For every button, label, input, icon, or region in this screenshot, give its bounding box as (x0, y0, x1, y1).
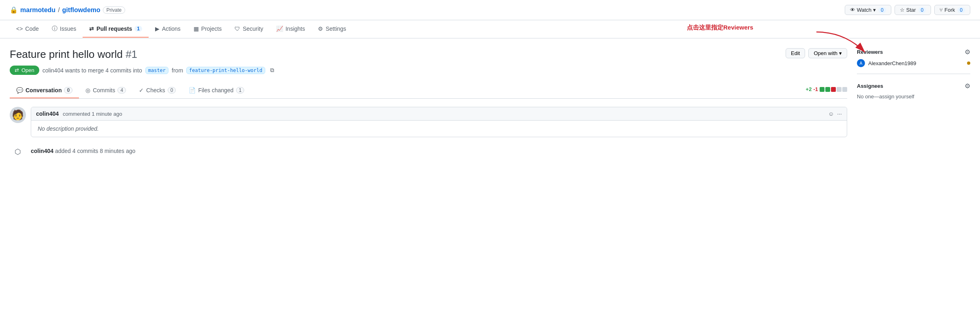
nav-item-security[interactable]: 🛡 Security (228, 21, 270, 38)
reviewers-header: Reviewers ⚙ (857, 48, 970, 56)
fork-count: 0 (957, 7, 965, 13)
checks-icon: ✓ (139, 87, 144, 93)
settings-icon: ⚙ (318, 25, 323, 32)
assignees-section: Assignees ⚙ No one—assign yourself (857, 82, 970, 106)
tab-files-changed[interactable]: 📄 Files changed 1 (182, 83, 251, 98)
chevron-down-icon: ▾ (839, 50, 842, 56)
security-icon: 🛡 (234, 25, 240, 32)
pullrequest-badge: 1 (134, 26, 142, 32)
repo-nav: <> Code ⓘ Issues ⇄ Pull requests 1 ▶ Act… (0, 20, 980, 38)
nav-label-insights: Insights (285, 25, 305, 32)
pr-status-text: Open (21, 67, 34, 73)
stat-bar-5 (842, 87, 847, 92)
stat-bar-3 (831, 87, 836, 92)
comment-body: No description provided. (31, 121, 847, 137)
pr-sidebar: 点击这里指定Reviewers Reviewers ⚙ A AlexanderC… (857, 48, 970, 160)
reviewers-gear[interactable]: ⚙ (965, 48, 970, 56)
pr-body: Feature print hello world #1 Edit Open w… (10, 48, 847, 160)
tab-conversation-badge: 0 (64, 87, 72, 93)
pr-base-branch[interactable]: master (145, 67, 168, 74)
open-badge: ⇄ Open (10, 66, 39, 75)
stat-bar-2 (825, 87, 830, 92)
assignees-gear[interactable]: ⚙ (965, 82, 970, 90)
tab-conversation[interactable]: 💬 Conversation 0 (10, 83, 79, 98)
reviewer-row: A AlexanderChen1989 (857, 59, 970, 67)
pr-number: #1 (126, 48, 137, 60)
activity-icon-wrapper: ⬡ (10, 144, 26, 160)
edit-button[interactable]: Edit (786, 48, 805, 58)
code-icon: <> (16, 25, 23, 32)
pr-tabs: 💬 Conversation 0 ◎ Commits 4 ✓ Checks 0 … (10, 83, 847, 99)
nav-label-projects: Projects (201, 25, 222, 32)
nav-item-code[interactable]: <> Code (10, 21, 45, 38)
commenter-avatar: 🧑 (10, 107, 26, 123)
comment-box-header: colin404 commented 1 minute ago ☺ ··· (31, 107, 847, 121)
repo-org-link[interactable]: marmotedu (20, 6, 55, 14)
watch-label: Watch (857, 7, 871, 13)
tab-commits[interactable]: ◎ Commits 4 (79, 83, 132, 98)
stat-bar-1 (820, 87, 824, 92)
additions-stat: +2 (806, 86, 812, 92)
pr-title-text: Feature print hello world (10, 48, 123, 60)
stat-bars (820, 87, 847, 92)
open-with-button[interactable]: Open with ▾ (808, 48, 847, 58)
comment-meta: colin404 commented 1 minute ago (36, 110, 122, 117)
emoji-button[interactable]: ☺ (828, 110, 834, 117)
nav-label-actions: Actions (162, 25, 181, 32)
pullrequest-icon: ⇄ (89, 25, 94, 32)
nav-item-settings[interactable]: ⚙ Settings (311, 21, 353, 38)
assignees-header: Assignees ⚙ (857, 82, 970, 90)
chevron-down-icon: ▾ (873, 7, 876, 13)
tab-checks-label: Checks (146, 87, 165, 93)
diff-stats: +2 -1 (806, 86, 847, 92)
reviewer-name: AlexanderChen1989 (868, 60, 916, 66)
repo-name-link[interactable]: gitflowdemo (62, 6, 100, 14)
pr-meta-text: colin404 wants to merge 4 commits into (43, 67, 142, 74)
more-button[interactable]: ··· (837, 110, 842, 117)
lock-icon: 🔒 (10, 6, 18, 14)
deletions-stat: -1 (813, 86, 818, 92)
star-count: 0 (918, 7, 926, 13)
nav-item-issues[interactable]: ⓘ Issues (45, 20, 83, 38)
reviewers-section: Reviewers ⚙ A AlexanderChen1989 (857, 48, 970, 74)
repo-slash: / (58, 6, 60, 14)
activity-description: added 4 commits 8 minutes ago (55, 148, 135, 154)
fork-icon: ⑂ (940, 7, 943, 13)
nav-item-insights[interactable]: 📈 Insights (270, 21, 311, 38)
tab-commits-badge: 4 (117, 87, 126, 93)
nav-label-code: Code (25, 25, 38, 32)
top-bar: 🔒 marmotedu / gitflowdemo Private 👁 Watc… (0, 0, 980, 20)
watch-count: 0 (878, 7, 886, 13)
fork-label: Fork (944, 7, 955, 13)
pr-from-text: from (172, 67, 183, 74)
comment-author: colin404 (36, 110, 59, 117)
nav-item-actions[interactable]: ▶ Actions (149, 21, 187, 38)
tab-files-changed-label: Files changed (198, 87, 233, 93)
copy-icon[interactable]: ⧉ (270, 67, 274, 74)
fork-button[interactable]: ⑂ Fork 0 (934, 5, 970, 15)
tab-commits-label: Commits (93, 87, 115, 93)
stat-bar-4 (837, 87, 842, 92)
files-icon: 📄 (189, 87, 196, 93)
nav-item-projects[interactable]: ▦ Projects (187, 21, 228, 38)
activity-row: ⬡ colin404 added 4 commits 8 minutes ago (10, 144, 847, 160)
top-actions: 👁 Watch ▾ 0 ☆ Star 0 ⑂ Fork 0 (845, 5, 970, 15)
eye-icon: 👁 (850, 7, 855, 13)
actions-icon: ▶ (155, 25, 160, 32)
nav-item-pullrequests[interactable]: ⇄ Pull requests 1 (83, 21, 149, 38)
star-button[interactable]: ☆ Star 0 (895, 5, 931, 15)
tab-checks[interactable]: ✓ Checks 0 (132, 83, 182, 98)
nav-label-pullrequests: Pull requests (96, 25, 132, 32)
pr-title: Feature print hello world #1 (10, 48, 137, 61)
reviewer-avatar: A (857, 59, 865, 67)
projects-icon: ▦ (194, 25, 199, 32)
star-icon: ☆ (900, 7, 905, 13)
issues-icon: ⓘ (52, 25, 58, 32)
repo-header: 🔒 marmotedu / gitflowdemo Private (10, 6, 125, 14)
tab-checks-badge: 0 (168, 87, 176, 93)
pr-head-branch[interactable]: feature-print-hello-world (186, 67, 265, 74)
comment-time: commented 1 minute ago (63, 111, 122, 117)
pr-tabs-wrapper: 💬 Conversation 0 ◎ Commits 4 ✓ Checks 0 … (10, 83, 847, 99)
watch-button[interactable]: 👁 Watch ▾ 0 (845, 5, 891, 15)
comment-section: 🧑 colin404 commented 1 minute ago ☺ ··· (10, 107, 847, 160)
